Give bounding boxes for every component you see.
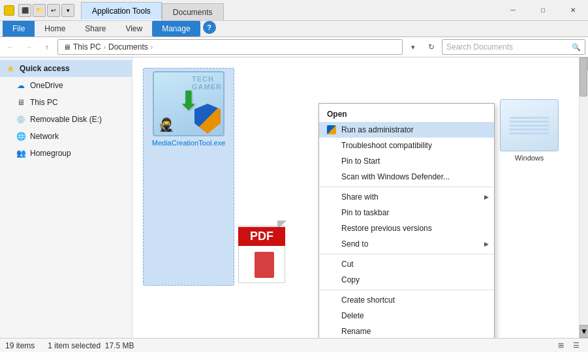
sidebar-item-quickaccess[interactable]: ★ Quick access — [0, 60, 132, 77]
search-placeholder: Search Documents — [446, 42, 513, 52]
ctx-sep-2 — [319, 254, 494, 254]
crumb-documents[interactable]: Documents — [107, 42, 149, 52]
ctx-open[interactable]: Open — [319, 106, 494, 122]
properties-btn[interactable]: ⬛ — [18, 4, 31, 17]
app-tools-tab[interactable]: Application Tools — [81, 2, 162, 20]
sidebar-item-homegroup[interactable]: 👥 Homegroup — [0, 145, 132, 162]
ctx-pin-taskbar[interactable]: Pin to taskbar — [319, 205, 494, 220]
item-selected: 1 item selected 17.5 MB — [48, 341, 134, 350]
ctx-create-shortcut[interactable]: Create shortcut — [319, 292, 494, 308]
content-area: ⬇ 🥷 TECHGAMER MediaCreationTool.exe PDF — [132, 57, 588, 338]
title-bar: ⬛ 📁 ↩ ▾ Application Tools Documents ─ □ … — [0, 0, 588, 21]
computer-icon: 🖥 — [16, 97, 26, 108]
crumb-sep-2: › — [149, 44, 154, 51]
ctx-pin-start[interactable]: Pin to Start — [319, 153, 494, 169]
file-item-media[interactable]: ⬇ 🥷 TECHGAMER MediaCreationTool.exe — [143, 68, 234, 286]
crumb-this-pc[interactable]: This PC — [72, 42, 102, 52]
ctx-sep-3 — [319, 290, 494, 290]
ribbon-tabs: File Home Share View Manage ? — [0, 21, 588, 37]
ctx-rename[interactable]: Rename — [319, 324, 494, 338]
watermark-text: TECHGAMER — [192, 75, 222, 91]
status-bar: 19 items 1 item selected 17.5 MB ⊞ ☰ — [0, 338, 588, 352]
ctx-delete[interactable]: Delete — [319, 308, 494, 324]
ctx-troubleshoot[interactable]: Troubleshoot compatibility — [319, 138, 494, 153]
address-bar: ← → ↑ 🖥 This PC › Documents › ▾ ↻ Search… — [0, 37, 588, 57]
tab-manage[interactable]: Manage — [152, 21, 200, 37]
search-icon: 🔍 — [572, 43, 581, 52]
ninja-icon: 🥷 — [158, 117, 174, 132]
large-icon-view-btn[interactable]: ⊞ — [554, 339, 567, 352]
scrollbar-track[interactable]: ▲ ▼ — [579, 57, 588, 338]
dropdown-btn[interactable]: ▾ — [405, 39, 421, 55]
star-icon: ★ — [5, 63, 16, 74]
quick-access-toolbar: ⬛ 📁 ↩ ▾ — [16, 4, 77, 17]
ctx-sep-1 — [319, 187, 494, 187]
item-count: 19 items — [5, 341, 35, 350]
file-item-windows[interactable]: Windows — [490, 97, 568, 164]
title-bar-left: ⬛ 📁 ↩ ▾ — [0, 0, 81, 20]
windows-folder-icon — [500, 99, 559, 151]
back-btn[interactable]: ← — [3, 39, 18, 55]
tab-home[interactable]: Home — [35, 21, 75, 37]
address-field[interactable]: 🖥 This PC › Documents › — [57, 39, 403, 55]
documents-tab[interactable]: Documents — [162, 3, 224, 20]
refresh-btn[interactable]: ↻ — [424, 39, 439, 55]
file2-label: Windows — [515, 154, 544, 162]
new-folder-btn[interactable]: 📁 — [33, 4, 46, 17]
ctx-run-admin[interactable]: Run as administrator — [319, 122, 494, 138]
file-item-pdf[interactable]: PDF — [232, 218, 297, 286]
sidebar-item-removable[interactable]: 💿 Removable Disk (E:) — [0, 111, 132, 128]
homegroup-icon: 👥 — [16, 148, 26, 159]
help-button[interactable]: ? — [203, 21, 216, 34]
search-box[interactable]: Search Documents 🔍 — [442, 39, 585, 55]
ctx-scan[interactable]: Scan with Windows Defender... — [319, 169, 494, 185]
folder-icon — [4, 5, 14, 16]
window-controls: ─ □ ✕ — [498, 0, 588, 20]
ctx-restore[interactable]: Restore previous versions — [319, 220, 494, 236]
file1-label: MediaCreationTool.exe — [152, 139, 226, 147]
minimize-btn[interactable]: ─ — [498, 0, 528, 21]
main-area: ★ Quick access ☁ OneDrive 🖥 This PC 💿 Re… — [0, 57, 588, 338]
maximize-btn[interactable]: □ — [528, 0, 558, 21]
ctx-share-with[interactable]: Share with — [319, 189, 494, 205]
scroll-down-btn[interactable]: ▼ — [580, 325, 588, 338]
crumb-sep-1: › — [102, 44, 107, 51]
cloud-icon: ☁ — [16, 80, 26, 91]
sidebar: ★ Quick access ☁ OneDrive 🖥 This PC 💿 Re… — [0, 57, 132, 338]
tab-view[interactable]: View — [116, 21, 152, 37]
forward-btn[interactable]: → — [21, 39, 37, 55]
sidebar-item-this-pc[interactable]: 🖥 This PC — [0, 94, 132, 111]
ribbon: File Home Share View Manage ? — [0, 21, 588, 37]
close-btn[interactable]: ✕ — [558, 0, 588, 21]
tab-share[interactable]: Share — [75, 21, 116, 37]
up-btn[interactable]: ↑ — [39, 39, 55, 55]
status-right: ⊞ ☰ — [554, 339, 583, 352]
tab-file[interactable]: File — [3, 21, 35, 37]
ctx-copy[interactable]: Copy — [319, 272, 494, 288]
crumb-pc[interactable]: 🖥 — [62, 43, 72, 51]
sidebar-item-onedrive[interactable]: ☁ OneDrive — [0, 77, 132, 94]
pdf-icon: PDF — [238, 220, 290, 283]
tab-area: Application Tools Documents — [81, 0, 498, 20]
sidebar-item-network[interactable]: 🌐 Network — [0, 128, 132, 145]
ctx-send-to[interactable]: Send to — [319, 236, 494, 252]
context-menu: Open Run as administrator Troubleshoot c… — [318, 103, 495, 338]
undo-btn[interactable]: ↩ — [47, 4, 60, 17]
shield-icon-large — [194, 104, 221, 134]
scrollbar-thumb[interactable] — [580, 57, 587, 97]
ctx-cut[interactable]: Cut — [319, 256, 494, 272]
network-icon: 🌐 — [16, 131, 26, 142]
customize-btn[interactable]: ▾ — [61, 4, 74, 17]
disk-icon: 💿 — [16, 114, 26, 125]
uac-shield-icon — [327, 125, 336, 134]
detail-view-btn[interactable]: ☰ — [570, 339, 583, 352]
